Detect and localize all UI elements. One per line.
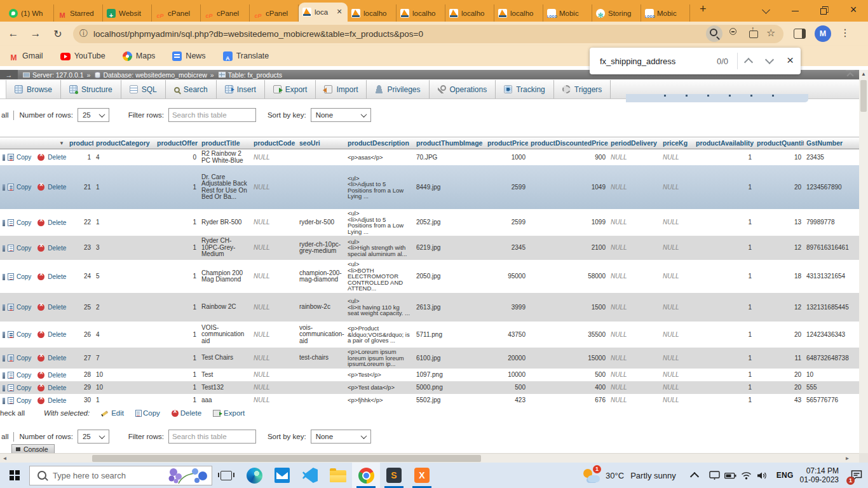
column-header[interactable]: productOffer	[154, 137, 199, 149]
copy-link[interactable]: Copy	[17, 331, 31, 338]
delete-link[interactable]: Delete	[48, 245, 66, 252]
column-header[interactable]: productPrice	[485, 137, 528, 149]
column-header[interactable]: GstNumber	[804, 137, 859, 149]
browser-tab[interactable]: (1) Wh	[5, 4, 54, 22]
column-header[interactable]: periodDelivery	[608, 137, 660, 149]
pma-tab-operations[interactable]: Operations	[430, 80, 496, 98]
breadcrumb-table[interactable]: Table: fx_products	[228, 71, 282, 79]
copy-link[interactable]: Copy	[17, 397, 31, 404]
show-all-label[interactable]: all	[1, 433, 9, 440]
language-indicator[interactable]: ENG	[776, 471, 794, 480]
pma-tab-triggers[interactable]: Triggers	[554, 80, 611, 98]
column-header[interactable]: seoUri	[297, 137, 345, 149]
delete-link[interactable]: Delete	[48, 397, 66, 404]
tab-search-icon[interactable]	[751, 0, 780, 22]
column-header[interactable]: productDiscountedPrice	[528, 137, 608, 149]
zoom-out-icon[interactable]	[726, 25, 743, 42]
copy-link[interactable]: Copy	[17, 184, 31, 191]
search-highlight-flowers-image[interactable]	[167, 466, 212, 484]
pma-tab-structure[interactable]: Structure	[61, 80, 121, 98]
copy-link[interactable]: Copy	[17, 273, 31, 280]
browser-menu-icon[interactable]	[836, 25, 848, 42]
scroll-up-arrow[interactable]	[859, 70, 868, 79]
column-header[interactable]: productQuantity	[754, 137, 804, 149]
bookmark-item[interactable]: YouTube	[60, 51, 105, 60]
scroll-left-arrow[interactable]	[1, 454, 9, 463]
browser-tab[interactable]: loca	[299, 3, 348, 22]
check-all-label[interactable]: heck all	[0, 409, 25, 417]
wifi-icon[interactable]	[738, 463, 754, 488]
console-tab[interactable]: Console	[11, 444, 55, 453]
clock[interactable]: 07:14 PM 01-09-2023	[800, 466, 839, 484]
tray-expand-icon[interactable]	[690, 471, 699, 480]
find-query[interactable]: fx_shipping_address	[600, 57, 717, 66]
browser-tab[interactable]: localho	[445, 4, 494, 22]
notification-center-button[interactable]: 1	[845, 463, 868, 488]
column-header[interactable]: priceKg	[660, 137, 693, 149]
column-header[interactable]: productID	[67, 137, 93, 149]
pma-tab-privileges[interactable]: Privileges	[367, 80, 429, 98]
taskbar-mail[interactable]	[268, 463, 296, 488]
delete-link[interactable]: Delete	[48, 355, 66, 362]
back-button[interactable]	[4, 25, 22, 43]
horizontal-scrollbar[interactable]	[0, 453, 859, 463]
filter-input[interactable]	[168, 430, 256, 444]
sort-key-select[interactable]: None	[311, 430, 371, 444]
column-header[interactable]: productAvailablity	[693, 137, 754, 149]
browser-tab[interactable]: localho	[494, 4, 543, 22]
edit-selected-button[interactable]: Edit	[101, 409, 124, 417]
pma-tab-tracking[interactable]: Tracking	[496, 80, 554, 98]
find-in-page-icon[interactable]	[706, 25, 722, 42]
volume-icon[interactable]	[754, 463, 770, 488]
copy-link[interactable]: Copy	[17, 355, 31, 362]
tab-close-icon[interactable]	[336, 8, 344, 17]
breadcrumb-database[interactable]: Database: websitedemo_mobicrew	[103, 71, 207, 79]
find-previous-button[interactable]	[738, 50, 759, 72]
copy-link[interactable]: Copy	[17, 384, 31, 391]
vertical-scroll-thumb[interactable]	[860, 80, 867, 112]
column-header[interactable]: productTitle	[199, 137, 251, 149]
site-info-icon[interactable]: ⓘ	[79, 28, 88, 39]
bookmark-item[interactable]: News	[172, 51, 205, 61]
taskbar-xampp[interactable]	[408, 463, 436, 488]
delete-link[interactable]: Delete	[48, 184, 66, 191]
new-tab-button[interactable]	[695, 2, 713, 20]
taskbar-edge[interactable]	[240, 463, 268, 488]
find-next-button[interactable]	[759, 50, 780, 72]
delete-selected-button[interactable]: Delete	[172, 409, 201, 417]
column-header[interactable]: productCode	[251, 137, 297, 149]
taskbar-sublime[interactable]	[380, 463, 408, 488]
show-all-label[interactable]: all	[1, 111, 9, 119]
delete-link[interactable]: Delete	[48, 372, 66, 379]
reload-button[interactable]	[49, 25, 67, 43]
bookmark-item[interactable]: Gmail	[9, 51, 43, 61]
nav-panel-toggle-icon[interactable]	[0, 70, 18, 79]
breadcrumb-server[interactable]: Server: 127.0.0.1	[32, 71, 84, 79]
address-bar[interactable]: ⓘ localhost/phpmyadmin/sql.php?db=websit…	[73, 25, 783, 43]
browser-tab[interactable]: Mobic	[543, 4, 592, 22]
taskbar-explorer[interactable]	[324, 463, 352, 488]
taskbar-vscode[interactable]	[296, 463, 324, 488]
taskbar-search[interactable]: Type here to search	[29, 466, 212, 485]
export-selected-button[interactable]: Export	[213, 409, 245, 417]
browser-tab[interactable]: localho	[348, 4, 397, 22]
profile-avatar[interactable]: M	[815, 25, 831, 42]
bookmark-star-icon[interactable]	[763, 25, 780, 42]
column-header[interactable]: productCategory	[93, 137, 154, 149]
find-in-page-bar[interactable]: fx_shipping_address 0/0	[590, 48, 801, 74]
rows-per-page-select[interactable]: 25	[78, 430, 109, 444]
side-panel-icon[interactable]	[794, 29, 806, 39]
find-close-button[interactable]	[780, 50, 801, 72]
copy-link[interactable]: Copy	[17, 219, 31, 226]
browser-tab[interactable]: Storing	[592, 4, 641, 22]
scroll-right-arrow[interactable]	[843, 454, 851, 463]
sort-key-select[interactable]: None	[311, 108, 371, 122]
column-header[interactable]: productDescription	[345, 137, 414, 149]
copy-link[interactable]: Copy	[17, 372, 31, 379]
vertical-scrollbar[interactable]	[859, 70, 868, 453]
browser-tab[interactable]: cPanel	[250, 4, 299, 22]
scroll-to-top-icon[interactable]	[846, 70, 855, 79]
rows-per-page-select[interactable]: 25	[78, 108, 109, 122]
start-button[interactable]	[0, 463, 29, 488]
delete-link[interactable]: Delete	[48, 384, 66, 391]
